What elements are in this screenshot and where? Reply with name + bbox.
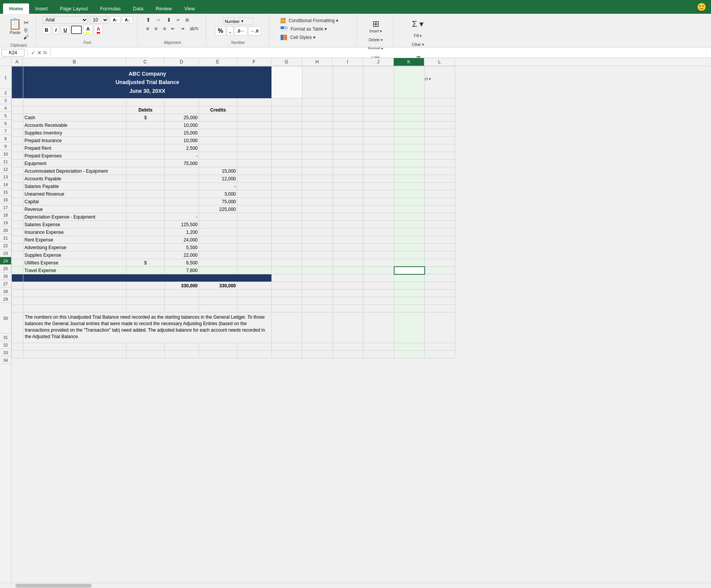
format-painter-button[interactable]: 🖌 [23, 34, 29, 40]
indent-increase-button[interactable]: ⇥ [178, 25, 187, 32]
cell-E12[interactable]: 12,000 [199, 175, 237, 183]
row-num-27[interactable]: 27 [0, 280, 11, 288]
cell-A6[interactable] [12, 129, 23, 137]
formula-cancel-icon[interactable]: ✕ [37, 50, 42, 56]
cell-D2[interactable] [165, 99, 199, 106]
cell-H1[interactable] [302, 66, 333, 99]
cell-G6[interactable] [272, 129, 302, 137]
cell-K20[interactable] [394, 236, 425, 244]
row-num-9[interactable]: 9 [0, 143, 11, 150]
cell-E32[interactable] [199, 351, 237, 358]
cell-J8[interactable] [364, 144, 394, 152]
cell-C27[interactable] [127, 290, 165, 297]
cell-H28[interactable] [302, 297, 333, 305]
cell-D28[interactable] [165, 297, 199, 305]
cell-K19[interactable] [394, 228, 425, 236]
cell-K9[interactable] [394, 152, 425, 160]
col-header-C[interactable]: C [126, 58, 164, 66]
cell-C23[interactable]: $ [127, 259, 165, 267]
cell-J14[interactable] [364, 190, 394, 198]
cell-H8[interactable] [302, 144, 333, 152]
cell-K25[interactable] [394, 274, 425, 282]
row-num-14[interactable]: 14 [0, 181, 11, 188]
cell-H18[interactable] [302, 221, 333, 228]
conditional-formatting-button[interactable]: Conditional Formatting ▾ [278, 17, 349, 24]
cell-D14[interactable] [165, 190, 199, 198]
cell-E3[interactable]: Credits [199, 106, 237, 114]
row-num-13[interactable]: 13 [0, 173, 11, 181]
cell-C24[interactable] [127, 267, 165, 274]
align-right-button[interactable]: ≡ [161, 25, 168, 32]
cell-B20[interactable]: Rent Expense [23, 236, 127, 244]
cell-C12[interactable] [127, 175, 165, 183]
cell-E11[interactable]: 15,000 [199, 167, 237, 175]
tab-page-layout[interactable]: Page Layout [54, 3, 94, 14]
col-header-K[interactable]: K [394, 58, 424, 66]
cell-G8[interactable] [272, 144, 302, 152]
cell-C31[interactable] [127, 343, 165, 351]
align-center-button[interactable]: ≡ [152, 25, 160, 32]
cell-D22[interactable]: 22,000 [165, 251, 199, 259]
cell-I24[interactable] [333, 267, 364, 274]
cell-D21[interactable]: 5,500 [165, 244, 199, 251]
cell-D4[interactable]: 25,000 [165, 114, 199, 121]
cell-H4[interactable] [302, 114, 333, 121]
cell-G27[interactable] [272, 290, 302, 297]
cell-K8[interactable] [394, 144, 425, 152]
cell-I4[interactable] [333, 114, 364, 121]
cell-A29[interactable] [12, 305, 23, 313]
cell-J22[interactable] [364, 251, 394, 259]
cell-B29[interactable] [23, 305, 127, 313]
cell-J20[interactable] [364, 236, 394, 244]
tab-insert[interactable]: Insert [29, 3, 54, 14]
cell-K23[interactable] [394, 259, 425, 267]
cell-A8[interactable] [12, 144, 23, 152]
cell-A5[interactable] [12, 121, 23, 129]
cell-F9[interactable] [237, 152, 272, 160]
col-header-J[interactable]: J [363, 58, 394, 66]
row-num-6[interactable]: 6 [0, 120, 11, 127]
cell-G13[interactable] [272, 183, 302, 190]
number-format-dropdown[interactable]: Number▾ [223, 18, 253, 25]
col-header-F[interactable]: F [237, 58, 271, 66]
cell-K18[interactable] [394, 221, 425, 228]
cell-C2[interactable] [127, 99, 165, 106]
cell-K21[interactable] [394, 244, 425, 251]
cell-J28[interactable] [364, 297, 394, 305]
cell-A27[interactable] [12, 290, 23, 297]
cell-C19[interactable] [127, 228, 165, 236]
cell-L11[interactable] [425, 167, 455, 175]
border-button[interactable] [71, 26, 82, 34]
cell-D31[interactable] [165, 343, 199, 351]
cell-A28[interactable] [12, 297, 23, 305]
cell-G26[interactable] [272, 282, 302, 290]
cell-A32[interactable] [12, 351, 23, 358]
cell-E31[interactable] [199, 343, 237, 351]
cell-G21[interactable] [272, 244, 302, 251]
cell-H17[interactable] [302, 213, 333, 221]
font-size-select[interactable]: 10 [89, 16, 109, 24]
cell-B7[interactable]: Prepaid Insurance [23, 137, 127, 144]
cell-A3[interactable] [12, 106, 23, 114]
cell-J19[interactable] [364, 228, 394, 236]
h-scrollbar[interactable] [0, 583, 711, 588]
cell-C6[interactable] [127, 129, 165, 137]
cell-A2[interactable] [12, 99, 23, 106]
cell-K2[interactable] [394, 99, 425, 106]
row-num-26[interactable]: 26 [0, 272, 11, 280]
cell-D7[interactable]: 10,000 [165, 137, 199, 144]
cell-B5[interactable]: Accounts Receivable [23, 121, 127, 129]
cell-I26[interactable] [333, 282, 364, 290]
cell-D18[interactable]: 125,500 [165, 221, 199, 228]
cell-G4[interactable] [272, 114, 302, 121]
cell-H27[interactable] [302, 290, 333, 297]
cell-B19[interactable]: Insurance Expense [23, 228, 127, 236]
cell-F12[interactable] [237, 175, 272, 183]
comma-style-button[interactable]: , [227, 26, 234, 36]
cell-H13[interactable] [302, 183, 333, 190]
cell-F21[interactable] [237, 244, 272, 251]
cell-K17[interactable] [394, 213, 425, 221]
cell-I29[interactable] [333, 305, 364, 313]
merge-button[interactable]: ⊞ [183, 16, 191, 24]
cell-L27[interactable] [425, 290, 455, 297]
